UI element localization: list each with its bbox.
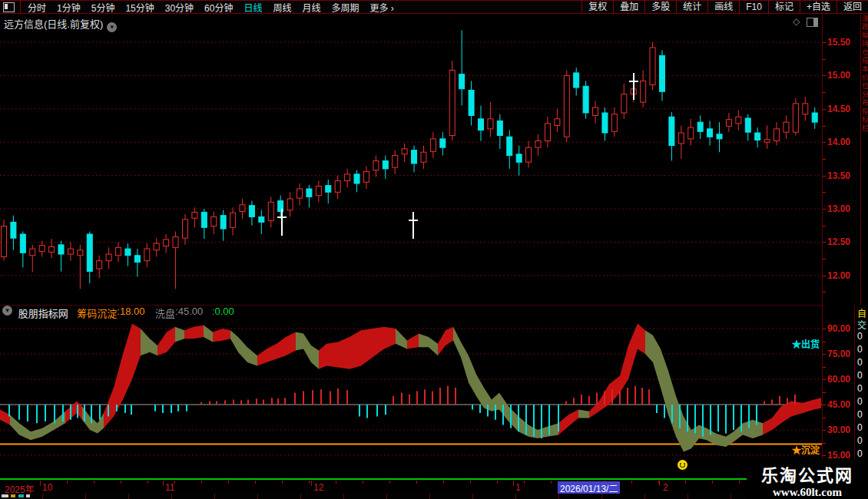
axis-tick	[823, 292, 826, 292]
axis-tick	[823, 192, 826, 193]
collapse-chevron-icon[interactable]: ▾	[2, 306, 12, 316]
tab-1分钟[interactable]: 1分钟	[51, 1, 86, 14]
tab-5分钟[interactable]: 5分钟	[86, 1, 121, 14]
status-tick	[731, 494, 731, 499]
toolbar-button-统计[interactable]: 统计	[676, 1, 707, 13]
timeline-tick	[497, 481, 498, 484]
axis-tick	[823, 276, 826, 276]
indicator-tick-label: 75.00	[827, 349, 850, 359]
timeline-month-10: 10	[42, 482, 52, 493]
timeline-month-tick	[311, 481, 312, 486]
timeline-tick	[524, 481, 525, 484]
tab-多周期[interactable]: 多周期	[326, 1, 365, 14]
right-quote-strip[interactable]: 自 交 00000000000	[854, 305, 868, 478]
tab-15分钟[interactable]: 15分钟	[120, 1, 159, 14]
toolbar-button-叠加[interactable]: 叠加	[613, 1, 644, 13]
status-tick	[257, 494, 258, 499]
indicator-chart[interactable]: ★出货★沉淀	[0, 320, 822, 478]
axis-tick	[823, 226, 826, 226]
axis-tick	[823, 126, 826, 127]
toolbar-button-复权[interactable]: 复权	[581, 1, 613, 13]
indicator-param3: :0.00	[212, 306, 234, 317]
axis-tick	[823, 59, 826, 60]
top-toolbar: 分时1分钟5分钟15分钟30分钟60分钟日线周线月线多周期更多 › 复权叠加多股…	[0, 0, 868, 14]
side-tab-jiao[interactable]: 交	[857, 318, 866, 331]
timeline-tick	[336, 481, 336, 484]
axis-tick	[823, 142, 826, 143]
green-separator	[0, 478, 868, 480]
toolbar-buttons: 复权叠加多股统计画线F10标记+自选返回	[581, 1, 868, 13]
tab-月线[interactable]: 月线	[297, 1, 326, 14]
timeline-tick	[282, 481, 283, 484]
status-tick	[214, 494, 215, 499]
axis-tick	[823, 455, 826, 456]
status-tick	[687, 494, 688, 499]
toolbar-button-F10[interactable]: F10	[739, 1, 768, 13]
quote-zero-value: 0	[857, 370, 863, 381]
status-tick	[128, 494, 129, 499]
timeline-tick	[201, 481, 202, 484]
candlestick-chart[interactable]	[0, 29, 822, 305]
timeline-tick	[94, 481, 94, 484]
indicator-tick-label: 30.00	[827, 425, 850, 435]
tab-日线[interactable]: 日线	[238, 1, 267, 14]
timeline-tick	[363, 481, 363, 484]
timeline-tick	[121, 481, 121, 484]
tab-分时[interactable]: 分时	[22, 1, 51, 14]
tab-周线[interactable]: 周线	[267, 1, 297, 14]
tab-更多 ›[interactable]: 更多 ›	[365, 1, 399, 14]
price-tick-label: 15.00	[827, 70, 850, 81]
timeline-month-11: 11	[165, 482, 174, 493]
toolbar-button-多股[interactable]: 多股	[644, 1, 676, 13]
toolbar-button-返回[interactable]: 返回	[837, 1, 868, 13]
toolbar-button-画线[interactable]: 画线	[707, 1, 739, 13]
price-tick-label: 14.50	[827, 104, 850, 114]
timeline-tick	[631, 481, 632, 484]
clipped-status-text	[26, 494, 30, 497]
quote-zero-value: 0	[857, 448, 863, 459]
timeline-tick	[712, 481, 713, 484]
signal-label: ★出货	[792, 337, 820, 350]
status-tick	[429, 494, 430, 499]
right-sidebar-strip[interactable]: 涨跌幅持仓成本价位分布指标栏	[860, 15, 868, 305]
timeline-tick	[685, 481, 686, 484]
timeline-tick	[470, 481, 471, 484]
timeline-tick	[416, 481, 417, 484]
indicator-site-label[interactable]: 股朋指标网	[18, 308, 68, 319]
axis-tick	[823, 430, 826, 431]
quote-zero-value: 0	[857, 383, 863, 394]
quote-zero-value: 0	[857, 331, 863, 342]
clipped-status-text	[2, 494, 8, 497]
axis-tick	[823, 176, 826, 177]
title-bar: 远方信息(日线.前复权)▾ ◇	[0, 14, 822, 29]
axis-tick	[823, 159, 826, 160]
toolbar-button-+自选[interactable]: +自选	[800, 1, 837, 13]
axis-tick	[823, 367, 826, 368]
quote-zero-value: 0	[857, 422, 863, 433]
tab-60分钟[interactable]: 60分钟	[199, 1, 238, 14]
axis-tick	[823, 42, 826, 43]
axis-tick	[823, 259, 826, 259]
toolbar-button-标记[interactable]: 标记	[768, 1, 800, 13]
timeline-month-2: 2	[663, 482, 668, 493]
diamond-icon[interactable]: ◇	[793, 16, 800, 27]
watermark: 乐淘公式网 www.60lt.com	[747, 459, 868, 499]
axis-tick	[823, 379, 826, 380]
timeline-tick	[389, 481, 390, 484]
quote-zero-value: 0	[857, 357, 863, 368]
tab-30分钟[interactable]: 30分钟	[160, 1, 199, 14]
watermark-title: 乐淘公式网	[747, 461, 868, 486]
panel-toggle-icon[interactable]	[807, 18, 818, 27]
price-tick-label: 14.00	[827, 137, 850, 147]
status-tick	[558, 494, 559, 499]
toolbar-divider	[20, 1, 21, 13]
timeline-tick	[174, 481, 175, 484]
indicator-header: ▾ 股朋指标网 筹码沉淀:18.00 洗盘:45.00 :0.00	[0, 305, 822, 321]
window-layout-icon[interactable]	[3, 2, 15, 12]
timeline[interactable]: 2025年101112122026/01/13/二	[0, 481, 822, 494]
status-tick	[171, 494, 172, 499]
status-tick	[343, 494, 344, 499]
indicator-tick-label: 90.00	[827, 323, 850, 334]
timeline-tick	[255, 481, 256, 484]
timeline-tick	[739, 481, 740, 484]
